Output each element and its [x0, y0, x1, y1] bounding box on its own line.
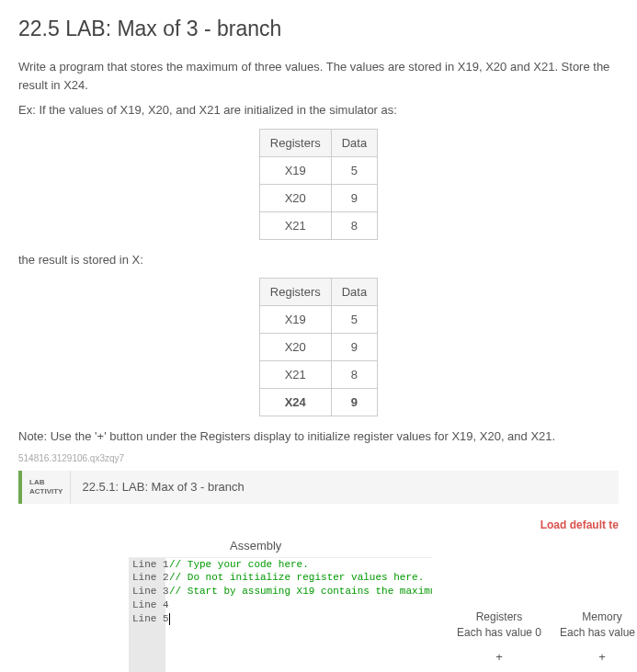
- memory-panel: Memory Each has value 0 +: [552, 610, 637, 664]
- table-row-result: X24 9: [259, 389, 377, 416]
- registers-sublabel: Each has value 0: [449, 626, 550, 639]
- table-row: X19 5: [259, 156, 377, 184]
- gutter-filler: [129, 626, 165, 672]
- code-line[interactable]: // Type your code here.: [165, 558, 432, 572]
- reg-value: 9: [331, 389, 377, 416]
- reg-value: 8: [331, 211, 377, 239]
- th-data: Data: [331, 279, 377, 306]
- reg-value: 9: [331, 184, 377, 211]
- table-row: X21 8: [259, 361, 377, 389]
- editor-empty-area[interactable]: [129, 626, 432, 672]
- reg-name: X20: [259, 184, 331, 211]
- lab-tag: LAB ACTIVITY: [22, 471, 70, 504]
- memory-heading: Memory: [552, 610, 637, 623]
- code-comment: // Do not initialize register values her…: [169, 572, 424, 583]
- code-line[interactable]: [165, 598, 432, 612]
- gutter-line-number: Line 3: [129, 585, 165, 598]
- text-cursor: [169, 613, 170, 625]
- code-comment: // Type your code here.: [169, 559, 309, 570]
- table-row: X19 5: [259, 306, 377, 334]
- lab-tag-line1: LAB: [29, 478, 63, 487]
- code-line[interactable]: [165, 612, 432, 626]
- reg-name: X19: [259, 306, 331, 334]
- assembly-heading: Assembly: [230, 539, 281, 552]
- add-memory-button[interactable]: +: [552, 650, 637, 664]
- reg-name: X24: [259, 389, 331, 416]
- input-registers-table: Registers Data X19 5 X20 9 X21 8: [259, 129, 378, 240]
- content-id-code: 514816.3129106.qx3zqy7: [18, 453, 619, 463]
- th-registers: Registers: [259, 129, 331, 156]
- lab-activity-title: 22.5.1: LAB: Max of 3 - branch: [70, 471, 255, 504]
- lab-activity-bar: LAB ACTIVITY 22.5.1: LAB: Max of 3 - bra…: [18, 471, 619, 504]
- table-row: X20 9: [259, 184, 377, 211]
- reg-value: 9: [331, 334, 377, 361]
- note-text: Note: Use the '+' button under the Regis…: [18, 427, 619, 446]
- th-registers: Registers: [259, 279, 331, 306]
- output-registers-table: Registers Data X19 5 X20 9 X21 8 X24 9: [259, 278, 378, 416]
- code-comment: // Start by assuming X19 contains the ma…: [169, 586, 432, 597]
- th-data: Data: [331, 129, 377, 156]
- add-register-button[interactable]: +: [449, 650, 550, 664]
- gutter-line-number: Line 2: [129, 571, 165, 585]
- code-line[interactable]: // Do not initialize register values her…: [165, 571, 432, 585]
- load-default-link[interactable]: Load default te: [540, 518, 619, 531]
- reg-name: X21: [259, 211, 331, 239]
- reg-value: 5: [331, 306, 377, 334]
- lab-tag-line2: ACTIVITY: [29, 487, 63, 496]
- reg-name: X21: [259, 361, 331, 389]
- gutter-line-number: Line 4: [129, 598, 165, 612]
- registers-heading: Registers: [449, 610, 550, 623]
- gutter-line-number: Line 5: [129, 612, 165, 626]
- result-text: the result is stored in X:: [18, 251, 619, 269]
- gutter-line-number: Line 1: [129, 558, 165, 572]
- intro-text: Write a program that stores the maximum …: [18, 58, 619, 94]
- table-row: X20 9: [259, 334, 377, 361]
- reg-name: X20: [259, 334, 331, 361]
- code-editor[interactable]: Line 1 // Type your code here. Line 2 //…: [129, 557, 432, 673]
- reg-value: 8: [331, 361, 377, 389]
- example-text: Ex: If the values of X19, X20, and X21 a…: [18, 101, 619, 120]
- reg-value: 5: [331, 156, 377, 184]
- simulator-workspace: Assembly Line 1 // Type your code here. …: [18, 539, 619, 673]
- registers-panel: Registers Each has value 0 +: [449, 610, 550, 664]
- memory-sublabel: Each has value 0: [552, 626, 637, 639]
- code-line[interactable]: // Start by assuming X19 contains the ma…: [165, 585, 432, 598]
- reg-name: X19: [259, 156, 331, 184]
- table-row: X21 8: [259, 211, 377, 239]
- page-title: 22.5 LAB: Max of 3 - branch: [18, 17, 619, 41]
